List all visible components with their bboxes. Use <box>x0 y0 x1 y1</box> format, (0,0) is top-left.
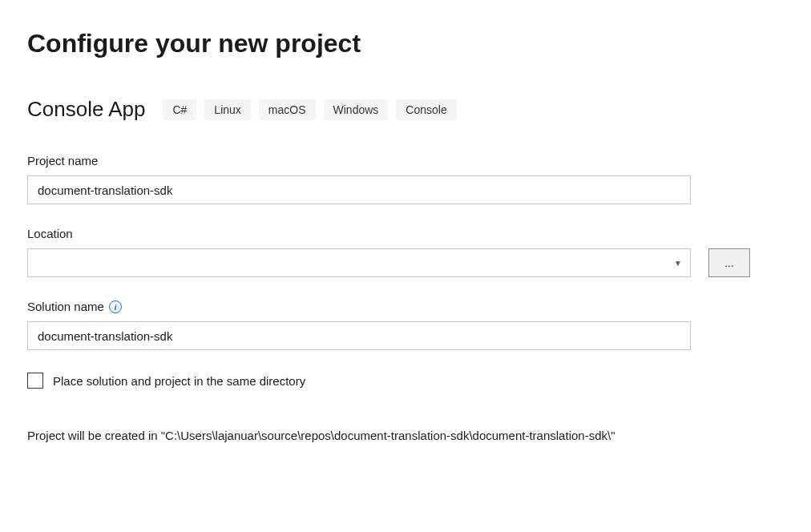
tag-linux: Linux <box>204 99 250 120</box>
template-header: Console App C# Linux macOS Windows Conso… <box>27 97 784 122</box>
solution-name-label: Solution name i <box>27 300 784 313</box>
info-icon[interactable]: i <box>109 300 122 313</box>
chevron-down-icon: ▼ <box>674 259 682 268</box>
solution-name-group: Solution name i <box>27 300 784 350</box>
tag-csharp: C# <box>163 99 196 120</box>
tag-macos: macOS <box>259 99 316 120</box>
same-directory-row: Place solution and project in the same d… <box>27 373 784 389</box>
tag-console: Console <box>396 99 456 120</box>
tag-windows: Windows <box>324 99 389 120</box>
location-group: Location ▼ ... <box>27 227 784 277</box>
template-tags: C# Linux macOS Windows Console <box>163 99 456 120</box>
solution-name-label-text: Solution name <box>27 300 104 313</box>
solution-name-input[interactable] <box>27 321 691 350</box>
path-preview: Project will be created in "C:\Users\laj… <box>27 427 691 445</box>
location-dropdown[interactable]: ▼ <box>27 248 691 277</box>
page-title: Configure your new project <box>27 29 784 58</box>
project-name-group: Project name <box>27 154 784 204</box>
project-name-label: Project name <box>27 154 784 167</box>
project-name-input[interactable] <box>27 175 691 204</box>
same-directory-checkbox[interactable] <box>27 373 43 389</box>
template-name: Console App <box>27 97 145 122</box>
browse-button[interactable]: ... <box>708 248 750 277</box>
same-directory-label[interactable]: Place solution and project in the same d… <box>53 374 305 388</box>
location-label: Location <box>27 227 784 240</box>
